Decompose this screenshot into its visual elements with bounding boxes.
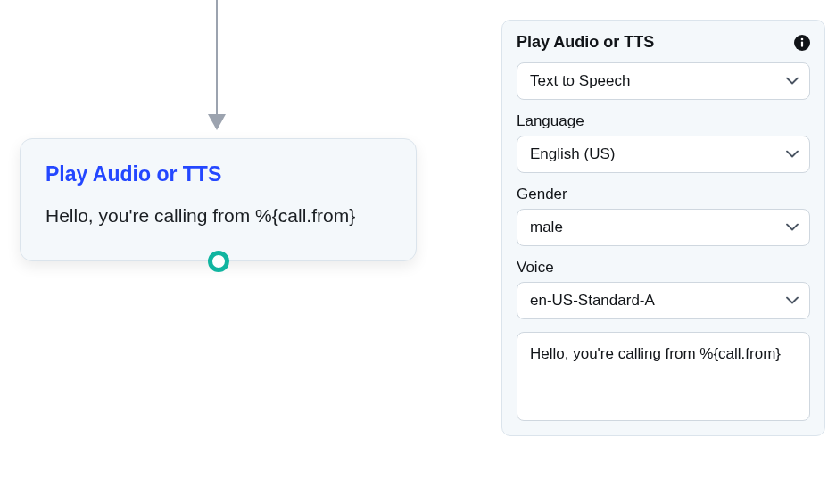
language-select[interactable]: English (US) xyxy=(517,136,810,173)
voice-label: Voice xyxy=(517,259,810,277)
chevron-down-icon xyxy=(786,78,799,86)
info-icon[interactable] xyxy=(794,35,810,51)
mode-select-value: Text to Speech xyxy=(530,72,630,90)
chevron-down-icon xyxy=(786,151,799,159)
voice-select-value: en-US-Standard-A xyxy=(530,292,655,310)
gender-select-value: male xyxy=(530,219,563,236)
gender-label: Gender xyxy=(517,186,810,203)
node-title: Play Audio or TTS xyxy=(46,162,391,186)
language-select-value: English (US) xyxy=(530,145,615,163)
mode-select[interactable]: Text to Speech xyxy=(517,62,810,100)
svg-point-1 xyxy=(801,37,804,40)
tts-text-input[interactable]: Hello, you're calling from %{call.from} xyxy=(517,332,810,421)
connector-arrowhead xyxy=(208,114,226,130)
node-body-text: Hello, you're calling from %{call.from} xyxy=(46,202,391,228)
node-output-port[interactable] xyxy=(208,251,229,272)
gender-select[interactable]: male xyxy=(517,209,810,246)
flow-canvas: Play Audio or TTS Hello, you're calling … xyxy=(0,0,500,504)
language-label: Language xyxy=(517,112,810,130)
properties-panel: Play Audio or TTS Text to Speech Languag… xyxy=(501,20,825,436)
node-play-audio-or-tts[interactable]: Play Audio or TTS Hello, you're calling … xyxy=(20,138,417,261)
chevron-down-icon xyxy=(786,297,799,305)
connector-line xyxy=(216,0,218,123)
voice-select[interactable]: en-US-Standard-A xyxy=(517,282,810,319)
svg-rect-2 xyxy=(801,41,803,46)
panel-header: Play Audio or TTS xyxy=(517,33,810,52)
chevron-down-icon xyxy=(786,224,799,232)
panel-title: Play Audio or TTS xyxy=(517,33,654,52)
